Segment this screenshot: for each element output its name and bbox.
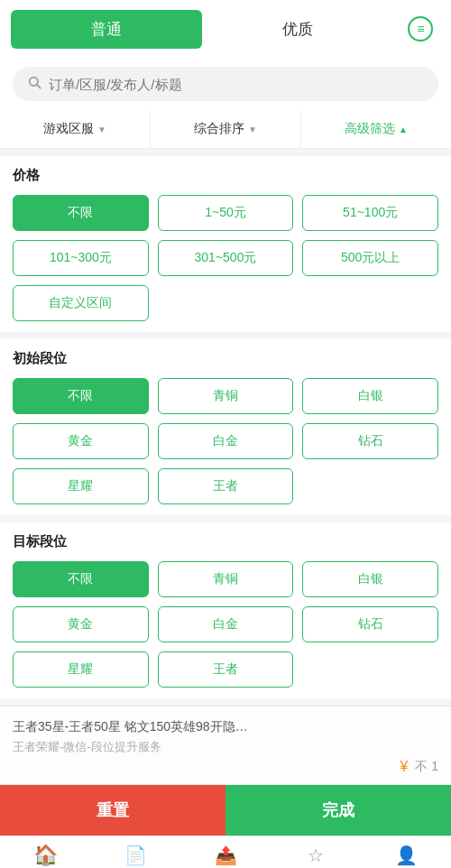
post-icon: 📤 xyxy=(215,845,237,866)
nav-item-post[interactable]: 📤 发单 xyxy=(180,842,271,868)
initial-rank-section: 初始段位 不限 青铜 白银 黄金 白金 钻石 星耀 王者 xyxy=(0,339,451,515)
target-rank-button-grid: 不限 青铜 白银 黄金 白金 钻石 星耀 王者 xyxy=(13,561,438,688)
price-title: 价格 xyxy=(13,167,438,184)
price-symbol: ¥ xyxy=(400,759,408,775)
filter-row: 游戏区服 ▼ 综合排序 ▼ 高级筛选 ▲ xyxy=(0,110,451,149)
target-rank-section: 目标段位 不限 青铜 白银 黄金 白金 钻石 星耀 王者 xyxy=(0,522,451,698)
filter-region[interactable]: 游戏区服 ▼ xyxy=(0,110,151,148)
nav-item-lobby[interactable]: 🏠 大厅 xyxy=(0,842,90,868)
menu-icon: ≡ xyxy=(408,16,433,42)
nav-item-orders[interactable]: 📄 订单 xyxy=(90,842,180,868)
initial-rank-btn-5[interactable]: 钻石 xyxy=(302,423,438,459)
nav-item-activity[interactable]: ☆ 活动 xyxy=(271,842,361,868)
tab-normal[interactable]: 普通 xyxy=(11,10,202,49)
search-bar xyxy=(0,58,451,110)
price-btn-0[interactable]: 不限 xyxy=(13,195,149,231)
bottom-nav: 🏠 大厅 📄 订单 📤 发单 ☆ 活动 👤 我的 xyxy=(0,836,451,868)
sort-arrow-icon: ▼ xyxy=(248,125,257,134)
search-input[interactable] xyxy=(49,77,424,92)
menu-button[interactable]: ≡ xyxy=(400,9,440,49)
target-rank-btn-3[interactable]: 黄金 xyxy=(13,606,149,642)
initial-rank-title: 初始段位 xyxy=(13,350,438,367)
profile-icon: 👤 xyxy=(395,845,418,866)
target-rank-title: 目标段位 xyxy=(13,533,438,550)
target-rank-btn-6[interactable]: 星耀 xyxy=(13,651,149,688)
price-btn-5[interactable]: 500元以上 xyxy=(302,240,438,276)
price-btn-3[interactable]: 101~300元 xyxy=(13,240,149,276)
nav-item-mine[interactable]: 👤 我的 xyxy=(361,842,451,868)
price-section: 价格 不限 1~50元 51~100元 101~300元 301~500元 50… xyxy=(0,156,451,332)
target-rank-btn-7[interactable]: 王者 xyxy=(158,651,294,688)
tab-quality[interactable]: 优质 xyxy=(202,10,393,49)
activity-icon: ☆ xyxy=(308,845,324,866)
svg-line-1 xyxy=(37,85,41,88)
done-button[interactable]: 完成 xyxy=(226,785,451,836)
initial-rank-btn-0[interactable]: 不限 xyxy=(13,378,149,414)
region-arrow-icon: ▼ xyxy=(97,125,106,134)
target-rank-btn-5[interactable]: 钻石 xyxy=(302,606,438,642)
advanced-arrow-icon: ▲ xyxy=(399,125,408,134)
price-button-grid: 不限 1~50元 51~100元 101~300元 301~500元 500元以… xyxy=(13,195,438,321)
overlay-sub-text: 王者荣耀-微信-段位提升服务 xyxy=(13,739,438,755)
filter-sort-label: 综合排序 xyxy=(194,121,244,137)
target-rank-btn-4[interactable]: 白金 xyxy=(158,606,294,642)
initial-rank-btn-1[interactable]: 青铜 xyxy=(158,378,294,414)
overlay-price-row: ¥ 不 1 xyxy=(13,759,438,775)
overlay-section: 王者35星-王者50星 铭文150英雄98开隐… 王者荣耀-微信-段位提升服务 … xyxy=(0,706,451,784)
target-rank-btn-0[interactable]: 不限 xyxy=(13,561,149,597)
price-btn-custom[interactable]: 自定义区间 xyxy=(13,285,149,321)
reset-button[interactable]: 重置 xyxy=(0,785,226,836)
initial-rank-btn-7[interactable]: 王者 xyxy=(158,468,294,504)
search-icon xyxy=(27,75,41,93)
target-rank-btn-2[interactable]: 白银 xyxy=(302,561,438,597)
price-value: 不 1 xyxy=(415,759,438,775)
filter-region-label: 游戏区服 xyxy=(43,121,94,137)
overlay-main-text: 王者35星-王者50星 铭文150英雄98开隐… xyxy=(13,719,438,735)
initial-rank-btn-4[interactable]: 白金 xyxy=(158,423,294,459)
price-btn-2[interactable]: 51~100元 xyxy=(302,195,438,231)
orders-icon: 📄 xyxy=(124,845,147,866)
initial-rank-button-grid: 不限 青铜 白银 黄金 白金 钻石 星耀 王者 xyxy=(13,378,438,504)
action-row: 重置 完成 xyxy=(0,784,451,836)
target-rank-btn-1[interactable]: 青铜 xyxy=(158,561,294,597)
price-btn-4[interactable]: 301~500元 xyxy=(158,240,294,276)
price-btn-1[interactable]: 1~50元 xyxy=(158,195,294,231)
initial-rank-btn-2[interactable]: 白银 xyxy=(302,378,438,414)
initial-rank-btn-3[interactable]: 黄金 xyxy=(13,423,149,459)
search-inner xyxy=(13,67,438,101)
home-icon: 🏠 xyxy=(33,844,58,867)
top-tab-bar: 普通 优质 ≡ xyxy=(0,0,451,58)
filter-sort[interactable]: 综合排序 ▼ xyxy=(151,110,301,148)
initial-rank-btn-6[interactable]: 星耀 xyxy=(13,468,149,504)
filter-advanced-label: 高级筛选 xyxy=(345,121,395,137)
filter-advanced[interactable]: 高级筛选 ▲ xyxy=(301,110,451,148)
